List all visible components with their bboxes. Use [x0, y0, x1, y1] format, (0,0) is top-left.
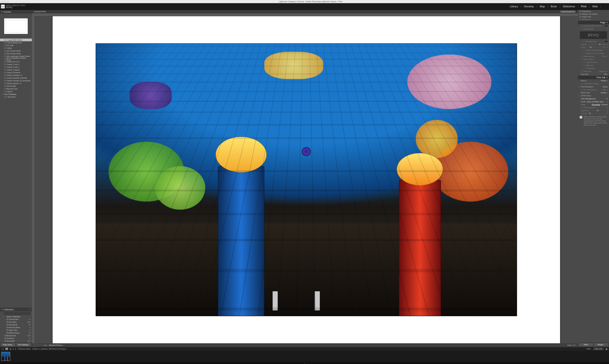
bg-color-swatch[interactable]: [605, 25, 608, 27]
toolbar-toggle[interactable]: [33, 344, 36, 346]
print-page[interactable]: Page 1 of 1 Paper: A4 Printer: EPSON SC-…: [52, 16, 560, 343]
template-item[interactable]: 2-Up Greeting Card: [0, 41, 32, 44]
checkbox-print-adjustment[interactable]: [581, 107, 582, 108]
template-item[interactable]: Custom Overlap x3 Border: [0, 77, 32, 79]
tab-slideshow[interactable]: Slideshow: [560, 5, 578, 8]
identity-plate-preview[interactable]: BENQ: [580, 31, 607, 39]
template-item[interactable]: Triptych: [0, 90, 32, 93]
checkbox-draft-mode[interactable]: [581, 83, 582, 85]
filters-dropdown[interactable]: Filters Off: [593, 348, 604, 350]
window-layout-icon[interactable]: 2: [5, 348, 8, 350]
filmstrip-thumbnail[interactable]: [1, 352, 10, 361]
undo-icon[interactable]: ↶: [38, 344, 39, 346]
intent-relative[interactable]: Relative: [601, 104, 608, 105]
template-item[interactable]: Maximize Size: [0, 87, 32, 90]
next-icon[interactable]: ►: [15, 348, 17, 350]
checkbox-print-sharpening[interactable]: [581, 89, 582, 91]
collection-item[interactable]: Five Stars100: [0, 321, 32, 323]
tab-print[interactable]: Print: [578, 5, 589, 8]
tab-develop[interactable]: Develop: [521, 5, 536, 8]
document-title: Unsaved Print: [34, 11, 46, 13]
intent-perceptual[interactable]: Perceptual: [592, 104, 600, 105]
checkbox-render-behind[interactable]: [583, 50, 585, 51]
collection-group-smart[interactable]: Smart Collections: [0, 315, 32, 318]
print-button[interactable]: Print: [579, 343, 593, 346]
template-item[interactable]: 1 Large With Stroke: [0, 39, 32, 41]
collection-item[interactable]: Video Files2: [0, 329, 32, 331]
checkbox-page-options[interactable]: [581, 59, 582, 60]
color-management-header[interactable]: Color Management▼: [578, 97, 609, 100]
printer-button[interactable]: Printer...: [594, 343, 609, 346]
template-list: 1 Large With Stroke 2-Up Greeting Card 2…: [0, 39, 32, 308]
collection-item[interactable]: Innsbruck5: [0, 337, 32, 340]
checkbox-watermarking[interactable]: [581, 55, 582, 57]
checkbox-crop-marks[interactable]: [583, 68, 585, 69]
template-item[interactable]: Custom Overlap x3 Landscape: [0, 79, 32, 82]
template-item[interactable]: Custom (2) 4 x 6: [0, 60, 32, 63]
template-item[interactable]: 4x5 Contact Sheet: [0, 50, 32, 52]
collection-item[interactable]: Colored Red0: [0, 318, 32, 321]
collection-filter-input[interactable]: [4, 312, 31, 315]
tab-book[interactable]: Book: [548, 5, 559, 8]
cloud-sync-icon[interactable]: [602, 5, 607, 8]
tab-map[interactable]: Map: [537, 5, 547, 8]
collection-item[interactable]: Without Keyw...6: [0, 331, 32, 334]
checkbox-dimensions[interactable]: [579, 18, 581, 20]
template-item[interactable]: Custom Overlap x 3: [0, 74, 32, 77]
template-item[interactable]: 4 Wide: [0, 47, 32, 50]
source-label[interactable]: Previous Import: [18, 348, 30, 350]
redo-icon[interactable]: ↷: [41, 344, 42, 346]
template-item[interactable]: Custom 1 over 2: [0, 63, 32, 66]
use-photos-dropdown[interactable]: Selected Photos ≑: [49, 344, 63, 346]
checkbox-photo-info[interactable]: [581, 71, 582, 72]
create-saved-print-button[interactable]: Create Saved Print: [560, 10, 576, 13]
checkbox-override-color[interactable]: [582, 41, 584, 42]
filmstrip-resize-handle[interactable]: [0, 362, 609, 364]
print-settings-button[interactable]: Print Settings...: [16, 343, 31, 346]
photo-preview: [96, 44, 517, 316]
template-item[interactable]: Custom 4 square: [0, 68, 32, 71]
tab-web[interactable]: Web: [590, 5, 600, 8]
checkbox-page-info[interactable]: [583, 65, 585, 66]
override-color-swatch[interactable]: [605, 41, 608, 42]
window-controls[interactable]: [1, 1, 9, 2]
template-item[interactable]: 5x8 Contact Sheet: [0, 52, 32, 55]
preview-panel-header[interactable]: ▼ Preview: [0, 10, 32, 14]
collection-item[interactable]: Past Month79: [0, 323, 32, 326]
collection-item[interactable]: Recently Modi...1: [0, 326, 32, 329]
checkbox-page-bg[interactable]: [581, 25, 582, 27]
checkbox-identity-plate[interactable]: [581, 28, 582, 30]
filter-lock-icon[interactable]: 🔒: [605, 348, 608, 350]
checkbox-page-numbers[interactable]: [583, 62, 585, 63]
collections-panel-header[interactable]: ▼ Collections +: [0, 308, 32, 311]
checkbox-print-resolution[interactable]: [579, 86, 580, 88]
template-item[interactable]: Custom Square + 2: [0, 82, 32, 85]
template-item[interactable]: 2x2 Cells: [0, 44, 32, 47]
profile-dropdown[interactable]: Epson SCP5000_SemiGloss_20...: [587, 101, 606, 103]
template-item[interactable]: Custom Centered: [0, 71, 32, 74]
template-item[interactable]: Fine Art Mat: [0, 85, 32, 87]
page-setup-button[interactable]: Page Setup...: [1, 343, 16, 346]
section-print-job[interactable]: Print Job▼: [578, 76, 609, 79]
checkbox-image-cells[interactable]: [579, 16, 581, 18]
resolution-field[interactable]: 300: [602, 86, 605, 88]
checkbox-margins-gutters[interactable]: [579, 13, 581, 15]
prev-icon[interactable]: ◄: [12, 348, 14, 350]
template-item[interactable]: 7 4x6 Prints: [0, 95, 32, 98]
collection-item[interactable]: Bressanone220: [0, 334, 32, 337]
collection-item[interactable]: Stockholm125: [0, 340, 32, 342]
template-item[interactable]: 5x11 Landscape Contact Sheet: [0, 58, 32, 60]
template-group-user[interactable]: User Templates: [0, 93, 32, 95]
section-page[interactable]: Page▼: [578, 21, 609, 24]
print-to-dropdown[interactable]: Printer: [601, 80, 606, 82]
tab-library[interactable]: Library: [507, 5, 521, 8]
template-item[interactable]: Custom 2 over 1: [0, 66, 32, 68]
checkbox-page-bleed[interactable]: [579, 10, 581, 12]
grid-view-icon[interactable]: ▦: [10, 348, 11, 350]
checkbox-render-every[interactable]: [583, 52, 585, 54]
image-cell[interactable]: [96, 43, 517, 316]
second-window-icon[interactable]: ▭: [1, 348, 4, 350]
filmstrip[interactable]: [0, 351, 609, 362]
checkbox-16-bit[interactable]: [579, 95, 580, 96]
add-icon[interactable]: +: [29, 308, 31, 311]
